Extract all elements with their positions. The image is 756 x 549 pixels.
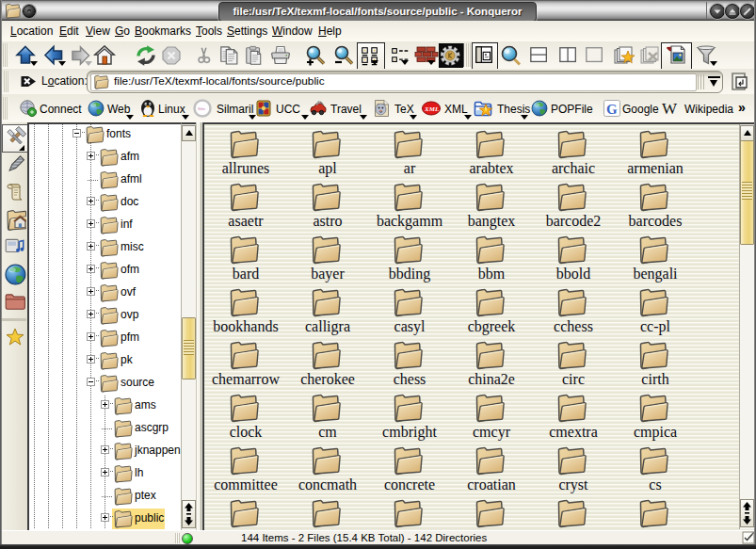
svg-text:XML: XML [424, 105, 439, 113]
svg-text:G: G [606, 102, 618, 117]
svg-text:Silm: Silm [198, 106, 205, 111]
svg-text:W: W [662, 100, 678, 118]
